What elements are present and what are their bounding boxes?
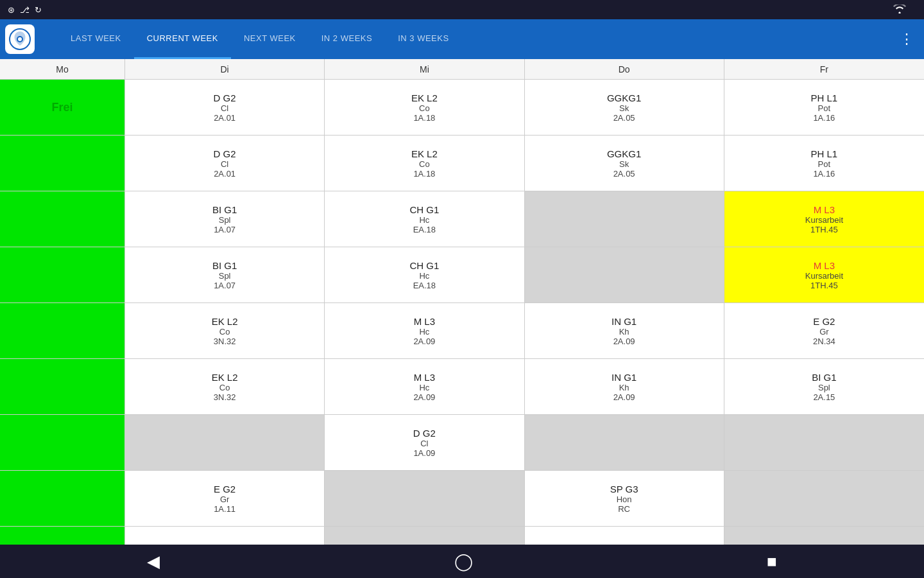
cell-room: 2A.01 xyxy=(214,113,235,123)
cell-room: 2A.05 xyxy=(613,169,635,179)
nav-tab-current-week[interactable]: CURRENT WEEK xyxy=(134,19,231,59)
cell-mo-2[interactable] xyxy=(0,191,125,247)
cell-mo-1[interactable] xyxy=(0,136,125,191)
cell-di-0[interactable]: D G2Cl2A.01 xyxy=(125,80,325,135)
cell-course: IN G1 xyxy=(612,316,637,327)
grid-row: EK L2Co3N.32M L3Hc2A.09IN G1Kh2A.09E G2G… xyxy=(0,303,924,359)
cell-fr-3[interactable]: M L3Kursarbeit1TH.45 xyxy=(724,247,924,302)
cell-fr-7[interactable] xyxy=(724,471,924,526)
cell-course: D G2 xyxy=(413,428,436,439)
cell-mi-2[interactable]: CH G1HcEA.18 xyxy=(325,191,524,247)
cell-teacher: Co xyxy=(219,327,230,337)
cell-mo-6[interactable] xyxy=(0,415,125,470)
cell-di-5[interactable]: EK L2Co3N.32 xyxy=(125,359,325,414)
cell-course: EK L2 xyxy=(212,372,238,383)
cell-di-2[interactable]: BI G1Spl1A.07 xyxy=(125,191,325,247)
day-header-fr: Fr xyxy=(724,59,924,79)
grid-row: D G2Cl1A.09 xyxy=(0,415,924,471)
cell-do-7[interactable]: SP G3HonRC xyxy=(525,471,724,526)
cell-course: BI G1 xyxy=(812,372,836,383)
cell-course: D G2 xyxy=(214,148,236,159)
nav-tab-in-3-weeks[interactable]: IN 3 WEEKS xyxy=(385,19,461,59)
cell-mi-5[interactable]: M L3Hc2A.09 xyxy=(325,359,524,414)
cell-teacher: Spl xyxy=(818,383,830,392)
cell-di-3[interactable]: BI G1Spl1A.07 xyxy=(125,247,325,302)
cell-do-1[interactable]: GGKG1Sk2A.05 xyxy=(525,136,724,191)
nfc-icon: ⊛ xyxy=(8,5,15,15)
cell-mi-0[interactable]: EK L2Co1A.18 xyxy=(325,80,524,135)
cell-course: M L3 xyxy=(414,316,435,327)
day-header-di: Di xyxy=(125,59,325,79)
cell-di-7[interactable]: E G2Gr1A.11 xyxy=(125,471,325,526)
cell-room: 2A.05 xyxy=(613,113,635,123)
cell-mi-8[interactable] xyxy=(325,527,524,545)
cell-mi-4[interactable]: M L3Hc2A.09 xyxy=(325,303,524,358)
cell-mo-0[interactable]: Frei xyxy=(0,80,125,135)
recents-icon[interactable]: ■ xyxy=(767,552,777,572)
grid-row: FreiD G2Cl2A.01EK L2Co1A.18GGKG1Sk2A.05P… xyxy=(0,80,924,136)
cell-mi-3[interactable]: CH G1HcEA.18 xyxy=(325,247,524,302)
bottom-nav: ◀ ◯ ■ xyxy=(0,545,924,578)
schedule-grid: FreiD G2Cl2A.01EK L2Co1A.18GGKG1Sk2A.05P… xyxy=(0,80,924,545)
cell-teacher: Pot xyxy=(818,103,831,113)
cell-course: EK L2 xyxy=(212,316,238,327)
nav-tab-last-week[interactable]: LAST WEEK xyxy=(58,19,134,59)
cell-course: E G2 xyxy=(813,316,835,327)
cell-course: M L3 xyxy=(814,260,835,271)
cell-teacher: Hc xyxy=(419,327,429,337)
cell-fr-1[interactable]: PH L1Pot1A.16 xyxy=(724,136,924,191)
cell-di-1[interactable]: D G2Cl2A.01 xyxy=(125,136,325,191)
cell-do-4[interactable]: IN G1Kh2A.09 xyxy=(525,303,724,358)
cell-course: SP G3 xyxy=(610,544,638,545)
cell-room: 2A.09 xyxy=(613,337,635,346)
cell-course: E G2 xyxy=(214,484,235,495)
cell-teacher: Gr xyxy=(819,327,828,337)
cell-fr-8[interactable] xyxy=(724,527,924,545)
cell-do-8[interactable]: SP G3... xyxy=(525,527,724,545)
svg-point-2 xyxy=(18,37,22,41)
cell-course: EK L2 xyxy=(411,148,438,159)
cell-course: PH L1 xyxy=(811,148,838,159)
cell-course: GGKG1 xyxy=(607,92,641,103)
cell-mo-4[interactable] xyxy=(0,303,125,358)
cell-room: 1A.18 xyxy=(413,113,435,123)
cell-di-8[interactable]: E G2... xyxy=(125,527,325,545)
cell-mi-6[interactable]: D G2Cl1A.09 xyxy=(325,415,524,470)
grid-row: BI G1Spl1A.07CH G1HcEA.18M L3Kursarbeit1… xyxy=(0,191,924,247)
overflow-menu-icon[interactable]: ⋮ xyxy=(889,31,924,48)
cell-teacher: Sk xyxy=(619,159,629,169)
cell-room: RC xyxy=(618,504,630,514)
nav-tab-next-week[interactable]: NEXT WEEK xyxy=(231,19,309,59)
grid-row: E G2Gr1A.11SP G3HonRC xyxy=(0,471,924,527)
cell-room: 3N.32 xyxy=(214,392,236,402)
cell-mi-1[interactable]: EK L2Co1A.18 xyxy=(325,136,524,191)
home-icon[interactable]: ◯ xyxy=(454,552,473,572)
cell-teacher: Co xyxy=(219,383,230,392)
cell-fr-2[interactable]: M L3Kursarbeit1TH.45 xyxy=(724,191,924,247)
cell-room: 1A.16 xyxy=(813,169,835,179)
cell-mo-7[interactable] xyxy=(0,471,125,526)
cell-mo-3[interactable] xyxy=(0,247,125,302)
cell-do-6[interactable] xyxy=(525,415,724,470)
cell-teacher: Hc xyxy=(419,383,429,392)
cell-course: GGKG1 xyxy=(607,148,641,159)
cell-teacher: Co xyxy=(419,103,430,113)
nav-tab-in-2-weeks[interactable]: IN 2 WEEKS xyxy=(309,19,385,59)
cell-di-4[interactable]: EK L2Co3N.32 xyxy=(125,303,325,358)
cell-di-6[interactable] xyxy=(125,415,325,470)
cell-fr-0[interactable]: PH L1Pot1A.16 xyxy=(724,80,924,135)
cell-do-2[interactable] xyxy=(525,191,724,247)
cell-mo-8[interactable] xyxy=(0,527,125,545)
cell-fr-6[interactable] xyxy=(724,415,924,470)
cell-mo-5[interactable] xyxy=(0,359,125,414)
cell-do-0[interactable]: GGKG1Sk2A.05 xyxy=(525,80,724,135)
cell-course: IN G1 xyxy=(612,372,637,383)
cell-room: 1A.18 xyxy=(413,169,435,179)
cell-do-5[interactable]: IN G1Kh2A.09 xyxy=(525,359,724,414)
cell-fr-4[interactable]: E G2Gr2N.34 xyxy=(724,303,924,358)
cell-mi-7[interactable] xyxy=(325,471,524,526)
back-icon[interactable]: ◀ xyxy=(147,552,160,572)
cell-fr-5[interactable]: BI G1Spl2A.15 xyxy=(724,359,924,414)
cell-do-3[interactable] xyxy=(525,247,724,302)
cell-teacher: Kursarbeit xyxy=(805,215,843,225)
